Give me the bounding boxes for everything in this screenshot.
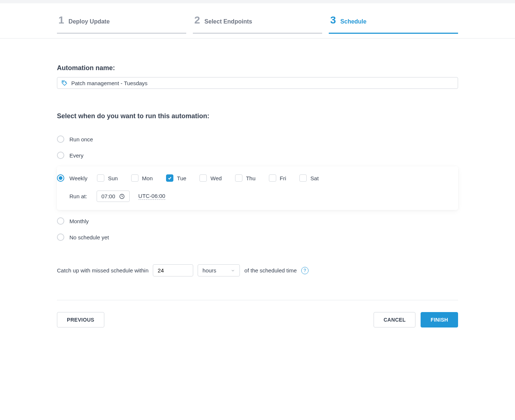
days-row: Sun Mon Tue Wed — [97, 174, 319, 182]
day-sat-label: Sat — [310, 175, 319, 181]
weekly-panel: Weekly Sun Mon Tue — [57, 166, 458, 210]
tag-icon — [61, 80, 68, 86]
checkbox-fri[interactable] — [269, 174, 276, 182]
day-fri-label: Fri — [280, 175, 287, 181]
radio-monthly[interactable] — [57, 217, 64, 225]
catchup-row: Catch up with missed schedule within hou… — [57, 264, 458, 276]
day-mon[interactable]: Mon — [131, 174, 153, 182]
step-underline — [329, 33, 458, 34]
catchup-unit-value: hours — [202, 267, 216, 274]
radio-monthly-label: Monthly — [69, 218, 89, 224]
checkbox-tue[interactable] — [166, 174, 173, 182]
clock-icon — [119, 193, 125, 199]
automation-name-input[interactable] — [71, 80, 454, 86]
radio-no-schedule-row[interactable]: No schedule yet — [57, 229, 458, 245]
footer: PREVIOUS CANCEL FINISH — [57, 300, 458, 327]
day-sun[interactable]: Sun — [97, 174, 118, 182]
radio-every-row[interactable]: Every — [57, 147, 458, 163]
radio-no-schedule[interactable] — [57, 233, 64, 241]
radio-monthly-row[interactable]: Monthly — [57, 213, 458, 229]
automation-name-label: Automation name: — [57, 64, 458, 72]
step-number: 2 — [194, 14, 200, 26]
run-at-label: Run at: — [69, 193, 91, 199]
day-sat[interactable]: Sat — [299, 174, 319, 182]
previous-button[interactable]: PREVIOUS — [57, 312, 104, 327]
radio-weekly-label: Weekly — [69, 175, 87, 181]
day-fri[interactable]: Fri — [269, 174, 287, 182]
stepper-bar: 1 Deploy Update 2 Select Endpoints 3 Sch… — [0, 3, 515, 39]
checkbox-mon[interactable] — [131, 174, 138, 182]
radio-no-schedule-label: No schedule yet — [69, 234, 109, 240]
radio-every-label: Every — [69, 152, 83, 159]
day-tue-label: Tue — [177, 175, 186, 181]
step-label: Deploy Update — [69, 18, 110, 25]
day-mon-label: Mon — [142, 175, 153, 181]
automation-name-input-wrap[interactable] — [57, 77, 458, 89]
day-thu-label: Thu — [246, 175, 256, 181]
radio-weekly[interactable] — [57, 174, 64, 182]
run-at-time-input[interactable]: 07:00 — [97, 191, 130, 202]
step-underline — [193, 33, 322, 34]
help-icon[interactable]: ? — [301, 267, 309, 274]
radio-every[interactable] — [57, 152, 64, 159]
top-strip — [0, 0, 515, 3]
day-sun-label: Sun — [108, 175, 118, 181]
radio-run-once[interactable] — [57, 135, 64, 143]
cancel-button[interactable]: CANCEL — [374, 312, 415, 327]
checkbox-sun[interactable] — [97, 174, 104, 182]
checkbox-wed[interactable] — [199, 174, 207, 182]
step-select-endpoints[interactable]: 2 Select Endpoints — [193, 3, 322, 38]
catchup-prefix: Catch up with missed schedule within — [57, 267, 148, 274]
step-label: Schedule — [341, 18, 367, 25]
radio-run-once-label: Run once — [69, 136, 93, 142]
checkbox-sat[interactable] — [299, 174, 307, 182]
step-number: 3 — [330, 14, 336, 26]
content: Automation name: Select when do you want… — [57, 39, 458, 342]
chevron-down-icon — [231, 268, 235, 273]
day-wed[interactable]: Wed — [199, 174, 222, 182]
svg-point-0 — [63, 82, 64, 82]
catchup-unit-select[interactable]: hours — [198, 264, 240, 276]
step-schedule[interactable]: 3 Schedule — [329, 3, 458, 38]
step-label: Select Endpoints — [205, 18, 252, 25]
checkbox-thu[interactable] — [235, 174, 242, 182]
day-thu[interactable]: Thu — [235, 174, 256, 182]
radio-weekly-row[interactable]: Weekly — [57, 174, 87, 182]
radio-run-once-row[interactable]: Run once — [57, 131, 458, 147]
step-underline — [57, 33, 186, 34]
timezone-link[interactable]: UTC-06:00 — [138, 193, 165, 200]
run-at-time-value: 07:00 — [101, 193, 115, 199]
day-tue[interactable]: Tue — [166, 174, 186, 182]
catchup-value-input[interactable] — [153, 264, 193, 276]
day-wed-label: Wed — [210, 175, 222, 181]
step-number: 1 — [58, 14, 64, 26]
finish-button[interactable]: FINISH — [421, 312, 458, 327]
step-deploy-update[interactable]: 1 Deploy Update — [57, 3, 186, 38]
schedule-question: Select when do you want to run this auto… — [57, 112, 458, 120]
catchup-suffix: of the scheduled time — [244, 267, 297, 274]
